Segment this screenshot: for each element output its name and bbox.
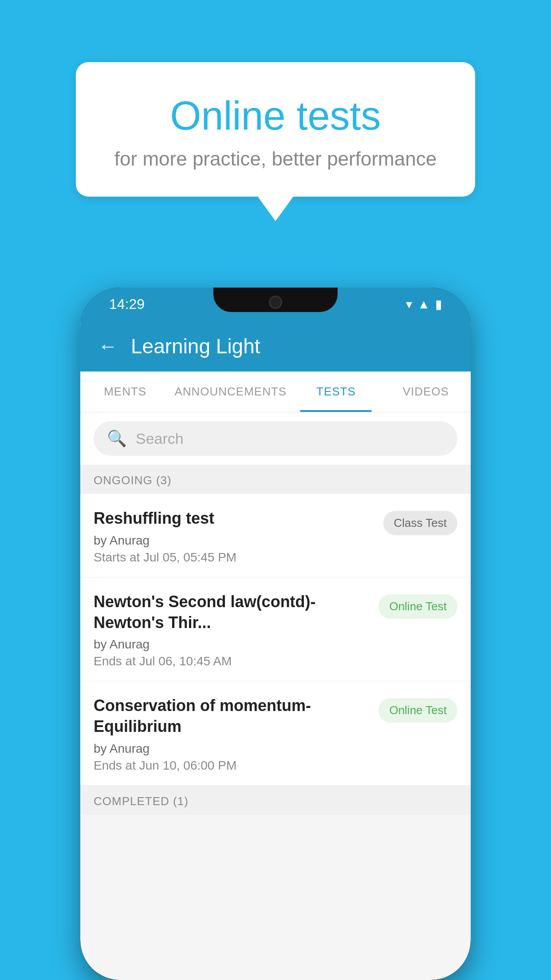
test-author-1: by Anurag xyxy=(94,533,374,548)
test-author-3: by Anurag xyxy=(94,742,370,756)
tabs-container: MENTS ANNOUNCEMENTS TESTS VIDEOS xyxy=(80,371,471,412)
search-input[interactable]: Search xyxy=(136,430,184,447)
test-badge-3: Online Test xyxy=(378,698,457,723)
wifi-icon: ▾ xyxy=(406,297,412,312)
ongoing-section-title: ONGOING (3) xyxy=(94,474,172,487)
phone-mockup: 14:29 ▾ ▲ ▮ ← Learning Light MENTS ANNOU… xyxy=(80,288,471,980)
test-name-3: Conservation of momentum-Equilibrium xyxy=(94,695,370,737)
completed-section-title: COMPLETED (1) xyxy=(94,794,189,808)
speech-bubble: Online tests for more practice, better p… xyxy=(76,62,475,197)
test-info-3: Conservation of momentum-Equilibrium by … xyxy=(94,695,378,773)
phone-frame: 14:29 ▾ ▲ ▮ ← Learning Light MENTS ANNOU… xyxy=(80,288,471,980)
test-time-3: Ends at Jun 10, 06:00 PM xyxy=(94,759,370,773)
speech-bubble-container: Online tests for more practice, better p… xyxy=(76,62,475,197)
tab-ments[interactable]: MENTS xyxy=(80,371,170,412)
tab-tests[interactable]: TESTS xyxy=(291,371,381,412)
search-container: 🔍 Search xyxy=(80,412,471,465)
speech-bubble-title: Online tests xyxy=(111,93,440,139)
speech-bubble-subtitle: for more practice, better performance xyxy=(111,148,440,170)
tab-videos[interactable]: VIDEOS xyxy=(381,371,471,412)
app-content: ← Learning Light MENTS ANNOUNCEMENTS TES… xyxy=(80,321,471,980)
test-name-1: Reshuffling test xyxy=(94,508,374,529)
status-time: 14:29 xyxy=(109,296,145,312)
app-title: Learning Light xyxy=(131,334,260,358)
test-badge-1: Class Test xyxy=(383,511,457,535)
test-item-3[interactable]: Conservation of momentum-Equilibrium by … xyxy=(80,681,471,786)
test-info-1: Reshuffling test by Anurag Starts at Jul… xyxy=(94,508,383,565)
test-name-2: Newton's Second law(contd)-Newton's Thir… xyxy=(94,592,370,633)
battery-icon: ▮ xyxy=(435,297,442,312)
test-time-2: Ends at Jul 06, 10:45 AM xyxy=(94,654,370,668)
tab-announcements[interactable]: ANNOUNCEMENTS xyxy=(170,371,291,412)
test-badge-2: Online Test xyxy=(378,594,457,619)
phone-notch xyxy=(213,288,338,312)
test-item-1[interactable]: Reshuffling test by Anurag Starts at Jul… xyxy=(80,494,471,577)
search-bar[interactable]: 🔍 Search xyxy=(94,421,457,456)
test-time-1: Starts at Jul 05, 05:45 PM xyxy=(94,550,374,565)
ongoing-section-header: ONGOING (3) xyxy=(80,465,471,494)
completed-section-header: COMPLETED (1) xyxy=(80,786,471,815)
back-button[interactable]: ← xyxy=(98,335,118,357)
test-author-2: by Anurag xyxy=(94,637,370,652)
phone-camera xyxy=(269,296,282,309)
search-icon: 🔍 xyxy=(107,429,127,448)
app-header: ← Learning Light xyxy=(80,321,471,371)
signal-icon: ▲ xyxy=(417,297,430,312)
test-info-2: Newton's Second law(contd)-Newton's Thir… xyxy=(94,592,378,669)
status-icons: ▾ ▲ ▮ xyxy=(406,297,442,312)
test-item-2[interactable]: Newton's Second law(contd)-Newton's Thir… xyxy=(80,577,471,682)
